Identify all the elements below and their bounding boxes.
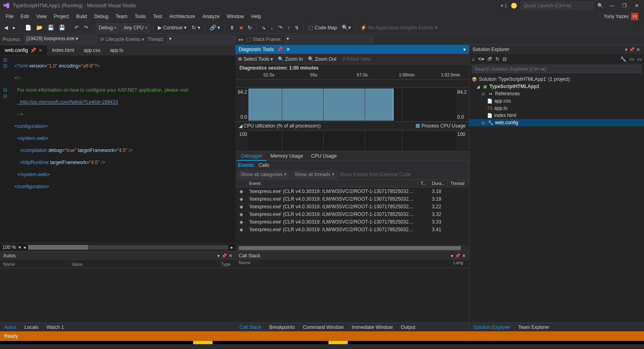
forward-button[interactable]: ▸	[11, 24, 17, 31]
event-row[interactable]: ◆'iisexpress.exe' (CLR v4.0.30319: /LM/W…	[235, 218, 469, 226]
tab-autos[interactable]: Autos	[0, 323, 21, 331]
solution-node[interactable]: 📦Solution 'TypeScriptHTMLApp1' (1 projec…	[469, 76, 644, 83]
tab-watch1[interactable]: Watch 1	[42, 323, 68, 331]
stop-button[interactable]: ■	[238, 24, 244, 31]
close-icon[interactable]: ✕	[462, 253, 466, 259]
file-app-ts[interactable]: TSapp.ts	[469, 105, 644, 112]
preview-icon[interactable]: ▭	[637, 56, 642, 62]
refresh-button[interactable]: ↻ ▾	[190, 24, 202, 31]
subtab-events[interactable]: Events	[238, 162, 254, 168]
tab-team-explorer[interactable]: Team Explorer	[514, 323, 553, 331]
save-button[interactable]: 💾	[46, 24, 56, 31]
menu-file[interactable]: File	[2, 12, 17, 21]
col-thread[interactable]: Thread	[448, 180, 469, 187]
event-row[interactable]: ◆'iisexpress.exe' (CLR v4.0.30319: /LM/W…	[235, 210, 469, 218]
code-editor[interactable]: ⊟⊟ ⊟⊟ <?xml version="1.0" encoding="utf-…	[0, 55, 235, 243]
file-app-css[interactable]: 📄app.css	[469, 97, 644, 105]
filter-categories[interactable]: Show all categories▾	[238, 170, 289, 179]
notification-flag-icon[interactable]: ▾ 1	[501, 3, 507, 8]
diagnostics-timeline[interactable]: 52.5s 55s 57.5s 1:00min 1:02.5min	[235, 72, 469, 88]
tab-memory-usage[interactable]: Memory Usage	[266, 152, 307, 160]
menu-edit[interactable]: Edit	[17, 12, 32, 21]
codemap-find-button[interactable]: 🔍▾	[340, 24, 353, 31]
references-node[interactable]: ▷▪▪References	[469, 90, 644, 97]
lifecycle-events-button[interactable]: ⟳ Lifecycle Events ▾	[100, 37, 144, 42]
pause-button[interactable]: ⏸	[228, 24, 236, 31]
col-time[interactable]: T...	[418, 180, 429, 187]
col-type[interactable]: Type	[211, 262, 235, 267]
zoom-in-button[interactable]: 🔍 Zoom In	[278, 56, 303, 62]
diag-hscrollbar[interactable]	[235, 245, 469, 251]
col-value[interactable]: Value	[68, 262, 211, 267]
back-button[interactable]: ◀	[2, 24, 10, 31]
expand-icon[interactable]: ▷	[481, 92, 486, 96]
col-name[interactable]: Name	[235, 260, 449, 268]
menu-view[interactable]: View	[33, 12, 50, 21]
dropdown-icon[interactable]: ▾	[624, 47, 628, 52]
tab-callstack[interactable]: Call Stack	[235, 323, 265, 331]
tab-index-html[interactable]: index.html	[47, 45, 79, 55]
col-lang[interactable]: Lang	[449, 260, 469, 268]
horizontal-scrollbar[interactable]	[28, 245, 228, 250]
step-over-button[interactable]: ↷	[277, 24, 284, 31]
menu-tools[interactable]: Tools	[132, 12, 149, 21]
stack-frame-dropdown[interactable]: ▾	[285, 35, 373, 43]
menu-project[interactable]: Project	[51, 12, 72, 21]
codemap-button[interactable]: ⬚ Code Map	[307, 24, 339, 31]
dropdown-icon[interactable]: ▾	[451, 253, 453, 259]
project-node[interactable]: ◢▣TypeScriptHTMLApp1	[469, 83, 644, 90]
col-name[interactable]: Name	[0, 262, 68, 267]
filter-threads[interactable]: Show all threads▾	[292, 170, 337, 179]
maximize-button[interactable]: ❐	[620, 3, 629, 8]
menu-analyze[interactable]: Analyze	[199, 12, 223, 21]
filter-external[interactable]: Show Events from External Code	[340, 172, 411, 177]
properties-icon[interactable]: 🔧	[620, 56, 626, 62]
se-search-input[interactable]	[472, 65, 642, 73]
menu-window[interactable]: Window	[223, 12, 247, 21]
menu-team[interactable]: Team	[112, 12, 130, 21]
minimize-button[interactable]: —	[607, 3, 616, 8]
scroll-right-button[interactable]: ▸	[231, 244, 233, 250]
browser-link-button[interactable]: 🔗 ▾	[208, 24, 222, 31]
home-icon[interactable]: ⌂	[472, 56, 475, 62]
tab-output[interactable]: Output	[397, 323, 419, 331]
feedback-smiley-icon[interactable]	[511, 3, 517, 8]
refresh-icon[interactable]: ↻	[495, 56, 500, 62]
back-icon[interactable]: ⟲▾	[478, 56, 484, 62]
pin-icon[interactable]: 📌	[221, 253, 227, 259]
expand-icon[interactable]: ◢	[476, 84, 481, 89]
process-dropdown[interactable]: [19428] iisexpress.exe ▾	[25, 35, 97, 43]
quick-launch-input[interactable]	[521, 2, 593, 10]
close-icon[interactable]: ✕	[286, 47, 290, 52]
event-row[interactable]: ◆'iisexpress.exe' (CLR v4.0.30319: /LM/W…	[235, 195, 469, 203]
cpu-chart-header[interactable]: ◢ CPU utilization (% of all processors) …	[235, 121, 469, 130]
zoom-level[interactable]: 100 %	[2, 244, 16, 250]
cpu-chart[interactable]: 100 100	[235, 130, 469, 151]
expand-icon[interactable]: ▷	[481, 121, 486, 125]
pin-icon[interactable]: 📌	[30, 47, 36, 53]
subtab-calls[interactable]: Calls	[258, 162, 269, 168]
search-icon[interactable]: 🔍	[597, 3, 603, 8]
save-all-button[interactable]: 💾	[57, 24, 67, 31]
open-file-button[interactable]: 📂	[35, 24, 44, 31]
tab-debugger[interactable]: Debugger	[237, 152, 266, 161]
undo-button[interactable]: ↶	[73, 24, 80, 31]
event-row[interactable]: ◆'iisexpress.exe' (CLR v4.0.30319: /LM/W…	[235, 203, 469, 210]
event-row[interactable]: ◆'iisexpress.exe' (CLR v4.0.30319: /LM/W…	[235, 226, 469, 233]
file-web-config[interactable]: ▷🔧web.config	[469, 119, 644, 126]
tab-cpu-usage[interactable]: CPU Usage	[307, 152, 341, 160]
tab-app-css[interactable]: app.css	[79, 45, 105, 55]
tab-locals[interactable]: Locals	[21, 323, 43, 331]
collapse-icon[interactable]: ⊟	[503, 56, 507, 62]
flag-threads-button[interactable]: ▸▸	[239, 37, 244, 42]
tab-command-window[interactable]: Command Window	[299, 323, 347, 331]
col-event[interactable]: Event	[247, 180, 418, 187]
tab-immediate-window[interactable]: Immediate Window	[348, 323, 397, 331]
tab-solution-explorer[interactable]: Solution Explorer	[469, 323, 514, 331]
configuration-dropdown[interactable]: Debug	[96, 23, 119, 32]
platform-dropdown[interactable]: Any CPU	[121, 23, 150, 32]
file-index-html[interactable]: 📄index.html	[469, 112, 644, 119]
thread-dropdown[interactable]: ▾	[167, 35, 235, 43]
memory-chart[interactable]: 84.20.0 84.20.0	[235, 88, 469, 121]
app-insights-button[interactable]: ⚡ No Application Insights Events ▾	[359, 24, 439, 31]
